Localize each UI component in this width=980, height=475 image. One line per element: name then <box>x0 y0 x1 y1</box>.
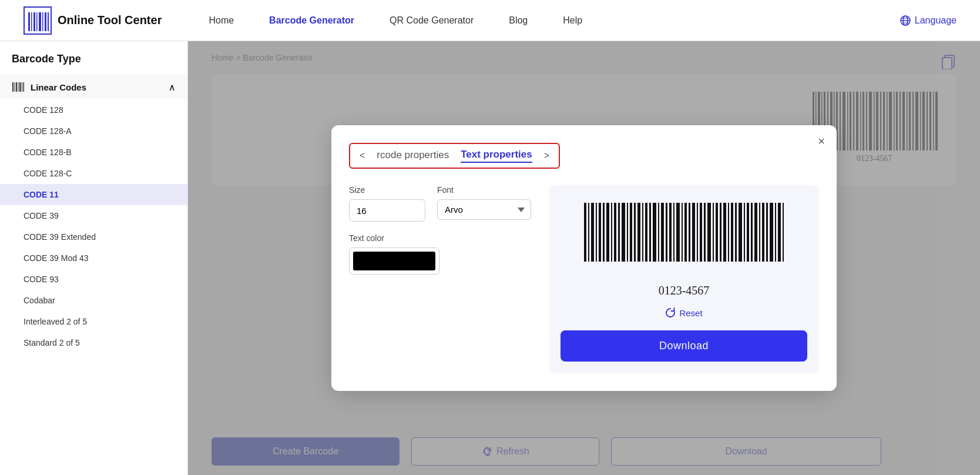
sidebar-item-code128c[interactable]: CODE 128-C <box>0 163 187 184</box>
tab-prev-arrow: < <box>360 150 365 161</box>
sidebar-item-code39mod43[interactable]: CODE 39 Mod 43 <box>0 247 187 269</box>
svg-rect-0 <box>28 12 30 31</box>
nav-home[interactable]: Home <box>209 15 234 26</box>
font-select[interactable]: Arvo Arial Georgia Courier Helvetica <box>437 199 531 220</box>
sidebar: Barcode Type Linear Codes ∧ CODE 128 COD… <box>0 41 188 475</box>
svg-rect-3 <box>36 12 38 31</box>
svg-rect-5 <box>42 12 43 31</box>
svg-rect-4 <box>39 12 41 31</box>
svg-rect-83 <box>666 203 667 262</box>
text-color-field-group: Text color <box>349 233 531 277</box>
sidebar-item-standard25[interactable]: Standard 2 of 5 <box>0 332 187 353</box>
sidebar-item-codabar[interactable]: Codabar <box>0 290 187 311</box>
logo-text: Online Tool Center <box>58 14 162 27</box>
main-nav: Home Barcode Generator QR Code Generator… <box>209 15 899 26</box>
size-input-wrap: ▲ ▼ <box>349 199 425 222</box>
modal-tabs: < rcode properties Text properties > <box>349 143 560 169</box>
tab-barcode-properties[interactable]: rcode properties <box>377 149 449 162</box>
svg-rect-80 <box>653 203 656 262</box>
modal-body: Size ▲ ▼ <box>349 185 819 373</box>
nav-barcode-generator[interactable]: Barcode Generator <box>269 15 354 26</box>
svg-rect-86 <box>676 203 680 262</box>
svg-rect-84 <box>669 203 672 262</box>
svg-rect-110 <box>770 203 773 262</box>
sidebar-item-code128[interactable]: CODE 128 <box>0 99 187 121</box>
sidebar-item-code128b[interactable]: CODE 128-B <box>0 142 187 163</box>
color-swatch[interactable] <box>353 252 435 270</box>
barcode-icon <box>12 81 25 93</box>
tab-text-properties[interactable]: Text properties <box>461 149 532 163</box>
section-label: Linear Codes <box>12 81 86 93</box>
sidebar-item-code39ext[interactable]: CODE 39 Extended <box>0 226 187 247</box>
svg-rect-75 <box>634 203 636 262</box>
sidebar-item-code39[interactable]: CODE 39 <box>0 205 187 226</box>
svg-rect-62 <box>584 203 586 262</box>
svg-rect-70 <box>614 203 616 262</box>
sidebar-item-interleaved[interactable]: Interleaved 2 of 5 <box>0 311 187 332</box>
svg-rect-1 <box>31 12 32 31</box>
svg-rect-96 <box>716 203 718 262</box>
svg-rect-109 <box>766 203 768 262</box>
chevron-up-icon: ∧ <box>169 82 176 93</box>
reset-label: Reset <box>679 308 702 318</box>
logo-area: Online Tool Center <box>24 6 162 35</box>
nav-blog[interactable]: Blog <box>509 15 528 26</box>
font-field-group: Font Arvo Arial Georgia Courier Helvetic… <box>437 185 531 222</box>
svg-rect-15 <box>16 82 17 92</box>
size-label: Size <box>349 185 425 195</box>
svg-rect-105 <box>751 203 753 262</box>
svg-rect-63 <box>588 203 589 262</box>
svg-rect-79 <box>649 203 651 262</box>
svg-rect-90 <box>692 203 695 262</box>
modal-dialog: × < rcode properties Text properties > <box>331 125 837 391</box>
svg-rect-95 <box>713 203 714 262</box>
sidebar-item-code11[interactable]: CODE 11 <box>0 184 187 205</box>
color-swatch-wrap[interactable] <box>349 247 439 275</box>
nav-help[interactable]: Help <box>563 15 582 26</box>
svg-rect-65 <box>596 203 597 262</box>
font-label: Font <box>437 185 531 195</box>
sidebar-section-linear-codes[interactable]: Linear Codes ∧ <box>0 75 187 99</box>
modal-barcode-area: 0123-4567 <box>578 203 790 297</box>
main-layout: Barcode Type Linear Codes ∧ CODE 128 COD… <box>0 41 980 475</box>
modal-form: Size ▲ ▼ <box>349 185 531 373</box>
reset-icon <box>665 307 676 318</box>
modal-overlay[interactable]: × < rcode properties Text properties > <box>188 41 980 475</box>
svg-rect-99 <box>728 203 729 262</box>
svg-rect-97 <box>720 203 721 262</box>
content-area: Home > Barcode Generator <box>188 41 980 475</box>
language-label: Language <box>915 15 956 26</box>
size-input[interactable] <box>350 201 425 220</box>
language-button[interactable]: Language <box>900 15 956 26</box>
svg-rect-67 <box>603 203 605 262</box>
svg-rect-98 <box>723 203 726 262</box>
svg-rect-111 <box>775 203 776 262</box>
svg-rect-6 <box>45 12 46 31</box>
modal-barcode-label: 0123-4567 <box>659 284 710 297</box>
sidebar-item-code93[interactable]: CODE 93 <box>0 269 187 290</box>
svg-rect-106 <box>754 203 757 262</box>
svg-rect-102 <box>739 203 742 262</box>
svg-rect-92 <box>700 203 702 262</box>
modal-close-button[interactable]: × <box>818 135 825 148</box>
svg-rect-7 <box>48 12 49 31</box>
svg-rect-18 <box>22 82 22 92</box>
svg-rect-104 <box>747 203 749 262</box>
svg-rect-113 <box>783 203 784 262</box>
reset-button[interactable]: Reset <box>665 307 702 318</box>
svg-rect-108 <box>762 203 764 262</box>
svg-rect-91 <box>697 203 698 262</box>
svg-rect-89 <box>689 203 690 262</box>
svg-rect-94 <box>707 203 711 262</box>
nav-qr-generator[interactable]: QR Code Generator <box>390 15 474 26</box>
svg-rect-82 <box>661 203 664 262</box>
svg-rect-112 <box>778 203 781 262</box>
svg-rect-19 <box>24 82 25 92</box>
sidebar-item-code128a[interactable]: CODE 128-A <box>0 121 187 142</box>
svg-rect-14 <box>15 82 15 92</box>
modal-download-button[interactable]: Download <box>561 330 807 362</box>
svg-rect-73 <box>627 203 628 262</box>
size-field-group: Size ▲ ▼ <box>349 185 425 222</box>
svg-rect-69 <box>611 203 612 262</box>
svg-rect-66 <box>599 203 601 262</box>
